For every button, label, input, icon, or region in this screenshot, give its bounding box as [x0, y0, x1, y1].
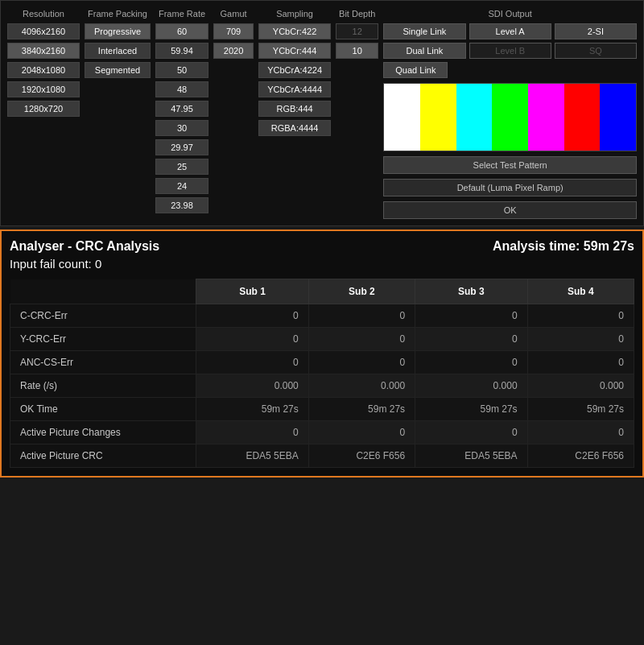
cell-r2-c2: 0: [415, 351, 528, 374]
cell-r5-c1: 0: [308, 421, 415, 444]
table-row: ANC-CS-Err0000: [10, 351, 634, 374]
crc-table: Sub 1 Sub 2 Sub 3 Sub 4 C-CRC-Err0000Y-C…: [10, 279, 634, 468]
frame-rate-2997[interactable]: 29.97: [155, 139, 208, 155]
table-header-empty: [10, 279, 196, 304]
cell-r1-c3: 0: [527, 328, 634, 351]
sdi-2si[interactable]: 2-SI: [555, 23, 637, 39]
sampling-rgba4444[interactable]: RGBA:4444: [258, 120, 331, 136]
color-bar-green: [492, 84, 528, 151]
table-row: C-CRC-Err0000: [10, 304, 634, 328]
resolution-1280[interactable]: 1280x720: [7, 101, 80, 117]
cell-r0-c3: 0: [527, 304, 634, 328]
sampling-4444[interactable]: YCbCrA:4444: [258, 81, 331, 97]
frame-rate-50[interactable]: 50: [155, 62, 208, 78]
resolution-header: Resolution: [7, 7, 80, 20]
frame-rate-60[interactable]: 60: [155, 23, 208, 39]
table-row: OK Time59m 27s59m 27s59m 27s59m 27s: [10, 398, 634, 421]
table-row: Active Picture Changes0000: [10, 421, 634, 444]
cell-r6-c1: C2E6 F656: [308, 444, 415, 468]
frame-rate-30[interactable]: 30: [155, 120, 208, 136]
row-label: Y-CRC-Err: [10, 328, 196, 351]
sdi-dual-link[interactable]: Dual Link: [383, 43, 465, 59]
row-label: Active Picture CRC: [10, 444, 196, 468]
sampling-422[interactable]: YCbCr:422: [258, 23, 331, 39]
color-bars: [383, 83, 637, 151]
frame-packing-progressive[interactable]: Progressive: [85, 23, 151, 39]
resolution-3840[interactable]: 3840x2160: [7, 43, 80, 59]
analyser-title: Analyser - CRC Analysis: [10, 239, 159, 254]
cell-r2-c0: 0: [196, 351, 309, 374]
sampling-444[interactable]: YCbCr:444: [258, 43, 331, 59]
color-bar-cyan: [456, 84, 493, 151]
frame-rate-4795[interactable]: 47.95: [155, 101, 208, 117]
cell-r0-c1: 0: [308, 304, 415, 328]
color-bar-yellow: [420, 84, 456, 151]
resolution-2048[interactable]: 2048x1080: [7, 62, 80, 78]
top-panel: Resolution 4096x2160 3840x2160 2048x1080…: [0, 0, 644, 226]
bit-depth-12[interactable]: 12: [336, 23, 378, 39]
cell-r3-c2: 0.000: [415, 374, 528, 398]
gamut-header: Gamut: [213, 7, 254, 20]
ok-button[interactable]: OK: [383, 201, 637, 219]
sampling-header: Sampling: [258, 7, 331, 20]
table-row: Y-CRC-Err0000: [10, 328, 634, 351]
analyser-header: Analyser - CRC Analysis Analysis time: 5…: [10, 239, 634, 254]
table-row: Active Picture CRCEDA5 5EBAC2E6 F656EDA5…: [10, 444, 634, 468]
resolution-4096[interactable]: 4096x2160: [7, 23, 80, 39]
resolution-1920[interactable]: 1920x1080: [7, 81, 80, 97]
cell-r0-c2: 0: [415, 304, 528, 328]
frame-rate-2398[interactable]: 23.98: [155, 197, 208, 213]
cell-r6-c3: C2E6 F656: [527, 444, 634, 468]
frame-packing-header: Frame Packing: [85, 7, 151, 20]
sdi-quad-link[interactable]: Quad Link: [383, 62, 448, 78]
row-label: OK Time: [10, 398, 196, 421]
cell-r4-c2: 59m 27s: [415, 398, 528, 421]
row-label: ANC-CS-Err: [10, 351, 196, 374]
cell-r0-c0: 0: [196, 304, 309, 328]
bit-depth-10[interactable]: 10: [336, 43, 378, 59]
frame-rate-5994[interactable]: 59.94: [155, 43, 208, 59]
frame-packing-segmented[interactable]: Segmented: [85, 62, 151, 78]
cell-r3-c0: 0.000: [196, 374, 309, 398]
row-label: C-CRC-Err: [10, 304, 196, 328]
sdi-header: SDI Output: [383, 7, 637, 20]
color-bar-white: [384, 84, 420, 151]
frame-packing-interlaced[interactable]: Interlaced: [85, 43, 151, 59]
table-header-sub4: Sub 4: [527, 279, 634, 304]
sdi-section: SDI Output Single Link Level A 2-SI Dual…: [383, 7, 637, 219]
gamut-709[interactable]: 709: [213, 23, 254, 39]
cell-r1-c1: 0: [308, 328, 415, 351]
sdi-single-link[interactable]: Single Link: [383, 23, 465, 39]
analysis-time: Analysis time: 59m 27s: [493, 239, 634, 254]
sampling-section: Sampling YCbCr:422 YCbCr:444 YCbCrA:4224…: [258, 7, 331, 219]
frame-rate-24[interactable]: 24: [155, 178, 208, 194]
input-fail-count: Input fail count: 0: [10, 257, 634, 271]
frame-rate-48[interactable]: 48: [155, 81, 208, 97]
sdi-level-a[interactable]: Level A: [469, 23, 551, 39]
default-luma-button[interactable]: Default (Luma Pixel Ramp): [383, 179, 637, 196]
cell-r3-c1: 0.000: [308, 374, 415, 398]
cell-r4-c0: 59m 27s: [196, 398, 309, 421]
gamut-section: Gamut 709 2020: [213, 7, 254, 219]
gamut-2020[interactable]: 2020: [213, 43, 254, 59]
sdi-row3: Quad Link: [383, 62, 637, 78]
cell-r5-c3: 0: [527, 421, 634, 444]
sdi-level-b[interactable]: Level B: [469, 43, 551, 59]
table-header-sub1: Sub 1: [196, 279, 309, 304]
frame-rate-header: Frame Rate: [155, 7, 208, 20]
table-header-sub3: Sub 3: [415, 279, 528, 304]
sampling-rgb444[interactable]: RGB:444: [258, 101, 331, 117]
resolution-section: Resolution 4096x2160 3840x2160 2048x1080…: [7, 7, 80, 219]
sdi-row2: Dual Link Level B SQ: [383, 43, 637, 59]
frame-rate-25[interactable]: 25: [155, 159, 208, 175]
color-bar-magenta: [528, 84, 564, 151]
cell-r4-c1: 59m 27s: [308, 398, 415, 421]
sampling-4224[interactable]: YCbCrA:4224: [258, 62, 331, 78]
select-test-pattern-button[interactable]: Select Test Pattern: [383, 156, 637, 174]
sdi-sq[interactable]: SQ: [555, 43, 637, 59]
cell-r3-c3: 0.000: [527, 374, 634, 398]
table-row: Rate (/s)0.0000.0000.0000.000: [10, 374, 634, 398]
frame-packing-section: Frame Packing Progressive Interlaced Seg…: [85, 7, 151, 219]
cell-r4-c3: 59m 27s: [527, 398, 634, 421]
color-bar-blue: [600, 84, 636, 151]
